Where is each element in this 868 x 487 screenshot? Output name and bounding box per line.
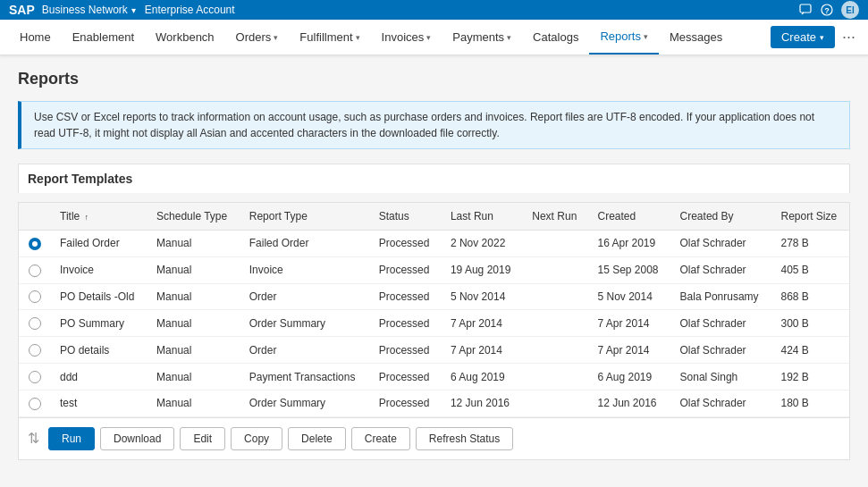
more-button[interactable]: ···: [839, 28, 859, 46]
download-button[interactable]: Download: [100, 427, 174, 450]
svg-rect-0: [800, 4, 811, 13]
nav-item-fulfillment[interactable]: Fulfillment ▾: [289, 20, 370, 55]
row-radio[interactable]: [29, 371, 41, 383]
row-radio[interactable]: [29, 317, 41, 330]
nav-item-workbench[interactable]: Workbench: [145, 20, 225, 55]
row-created-by: Olaf Schrader: [671, 256, 772, 283]
avatar[interactable]: EI: [841, 1, 859, 19]
col-schedule-type: Schedule Type: [147, 203, 240, 231]
table-row[interactable]: test Manual Order Summary Processed 12 J…: [19, 390, 849, 416]
row-schedule-type: Manual: [147, 256, 240, 283]
run-button[interactable]: Run: [48, 427, 95, 450]
col-created: Created: [588, 203, 670, 231]
row-report-type: Payment Transactions: [240, 364, 370, 390]
row-status: Processed: [370, 337, 442, 364]
nav-item-home[interactable]: Home: [9, 20, 62, 55]
report-table: Title ↑ Schedule Type Report Type Status…: [19, 203, 849, 417]
row-report-size: 278 B: [771, 231, 849, 257]
row-select-cell[interactable]: [19, 283, 51, 310]
table-container: Title ↑ Schedule Type Report Type Status…: [18, 202, 850, 418]
sap-logo: SAP: [9, 3, 35, 17]
table-row[interactable]: PO details Manual Order Processed 7 Apr …: [19, 337, 849, 364]
create-chevron: ▾: [820, 33, 824, 42]
edit-button[interactable]: Edit: [180, 427, 225, 450]
create-button[interactable]: Create ▾: [771, 26, 835, 48]
row-radio[interactable]: [29, 264, 41, 277]
row-report-type: Invoice: [240, 256, 370, 283]
nav-item-reports[interactable]: Reports ▾: [589, 20, 659, 55]
nav-item-payments[interactable]: Payments ▾: [442, 20, 522, 55]
row-select-cell[interactable]: [19, 256, 51, 283]
row-schedule-type: Manual: [147, 310, 240, 337]
reports-chevron: ▾: [644, 32, 648, 41]
row-created-by: Bala Ponrusamy: [671, 283, 772, 310]
row-last-run: 5 Nov 2014: [442, 283, 523, 310]
nav-item-catalogs[interactable]: Catalogs: [522, 20, 589, 55]
col-status: Status: [370, 203, 442, 231]
row-created-by: Olaf Schrader: [671, 231, 772, 257]
network-label: Business Network: [42, 4, 128, 16]
row-created: 6 Aug 2019: [588, 364, 670, 390]
row-created: 15 Sep 2008: [588, 256, 670, 283]
create-label: Create: [781, 30, 816, 44]
nav-item-invoices[interactable]: Invoices ▾: [371, 20, 442, 55]
copy-button[interactable]: Copy: [231, 427, 282, 450]
row-schedule-type: Manual: [147, 283, 240, 310]
row-last-run: 6 Aug 2019: [442, 364, 523, 390]
create-report-button[interactable]: Create: [351, 427, 410, 450]
row-created: 7 Apr 2014: [588, 310, 670, 337]
row-report-size: 300 B: [771, 310, 849, 337]
row-select-cell[interactable]: [19, 337, 51, 364]
row-created: 12 Jun 2016: [588, 390, 670, 416]
row-status: Processed: [370, 231, 442, 257]
row-radio[interactable]: [29, 238, 41, 250]
nav-right: Create ▾ ···: [771, 26, 859, 48]
row-select-cell[interactable]: [19, 390, 51, 416]
row-next-run: [523, 231, 588, 257]
row-title: test: [51, 390, 147, 416]
nav-item-messages[interactable]: Messages: [659, 20, 733, 55]
row-created-by: Olaf Schrader: [671, 310, 772, 337]
row-last-run: 12 Jun 2016: [442, 390, 523, 416]
page-title: Reports: [18, 70, 850, 88]
row-title: PO Summary: [51, 310, 147, 337]
row-next-run: [523, 364, 588, 390]
table-row[interactable]: ddd Manual Payment Transactions Processe…: [19, 364, 849, 390]
table-row[interactable]: PO Details -Old Manual Order Processed 5…: [19, 283, 849, 310]
row-next-run: [523, 390, 588, 416]
fulfillment-chevron: ▾: [356, 33, 360, 42]
sort-handle-icon[interactable]: ⇅: [28, 430, 39, 447]
row-radio[interactable]: [29, 398, 41, 410]
svg-text:?: ?: [824, 6, 830, 15]
app-name: Enterprise Account: [145, 4, 235, 16]
col-title-label: Title: [60, 210, 80, 223]
orders-chevron: ▾: [274, 33, 278, 42]
row-report-size: 424 B: [771, 337, 849, 364]
table-row[interactable]: Invoice Manual Invoice Processed 19 Aug …: [19, 256, 849, 283]
help-icon[interactable]: ?: [820, 3, 834, 17]
row-select-cell[interactable]: [19, 231, 51, 257]
row-status: Processed: [370, 390, 442, 416]
row-select-cell[interactable]: [19, 364, 51, 390]
col-title[interactable]: Title ↑: [51, 203, 147, 231]
refresh-status-button[interactable]: Refresh Status: [416, 427, 513, 450]
invoices-chevron: ▾: [426, 33, 431, 42]
row-next-run: [523, 256, 588, 283]
row-report-size: 405 B: [771, 256, 849, 283]
table-row[interactable]: Failed Order Manual Failed Order Process…: [19, 231, 849, 257]
row-schedule-type: Manual: [147, 231, 240, 257]
row-radio[interactable]: [29, 344, 41, 357]
row-report-size: 868 B: [771, 283, 849, 310]
row-report-type: Order Summary: [240, 390, 370, 416]
nav-item-orders[interactable]: Orders ▾: [225, 20, 290, 55]
nav-item-enablement[interactable]: Enablement: [62, 20, 145, 55]
table-row[interactable]: PO Summary Manual Order Summary Processe…: [19, 310, 849, 337]
row-status: Processed: [370, 283, 442, 310]
chat-icon[interactable]: [798, 3, 813, 17]
table-body: Failed Order Manual Failed Order Process…: [19, 231, 849, 417]
row-select-cell[interactable]: [19, 310, 51, 337]
delete-button[interactable]: Delete: [288, 427, 346, 450]
page-content: Reports Use CSV or Excel reports to trac…: [0, 55, 868, 474]
row-radio[interactable]: [29, 290, 41, 303]
row-report-type: Failed Order: [240, 231, 370, 257]
